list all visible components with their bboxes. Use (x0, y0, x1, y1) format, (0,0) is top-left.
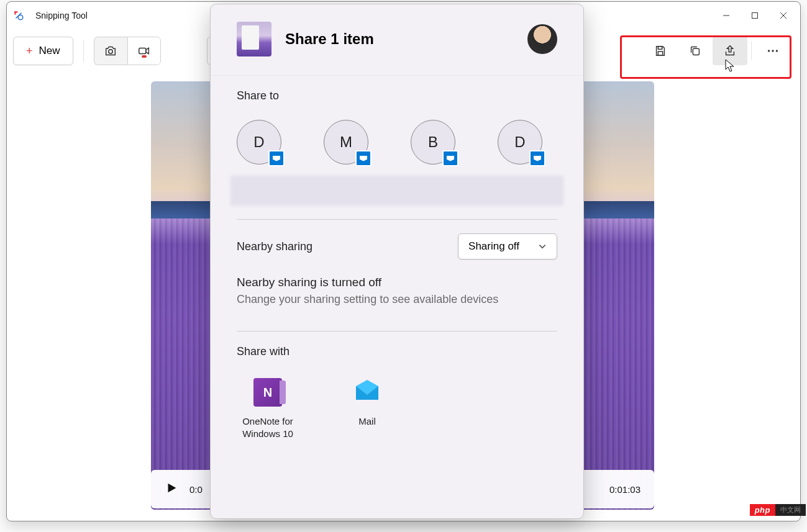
share-panel: Share 1 item Share to D M B D (210, 4, 584, 519)
outlook-badge-icon (442, 150, 458, 166)
outlook-badge-icon (355, 150, 372, 166)
current-time: 0:0 (189, 484, 203, 495)
app-icon (13, 10, 24, 21)
close-button[interactable] (769, 6, 798, 25)
more-button[interactable] (755, 37, 790, 65)
outlook-badge-icon (268, 150, 285, 166)
watermark: php 中文网 (750, 504, 806, 516)
toolbar-actions (643, 37, 790, 65)
plus-icon: + (26, 45, 33, 58)
contact-initial: D (253, 133, 264, 151)
svg-point-15 (772, 50, 773, 52)
nearby-dropdown[interactable]: Sharing off (458, 233, 557, 259)
user-avatar[interactable] (527, 24, 557, 54)
contacts-row: D M B D (237, 120, 557, 165)
contact-item[interactable]: B (411, 120, 455, 165)
contact-item[interactable]: M (324, 120, 368, 165)
contact-item[interactable]: D (237, 120, 281, 165)
new-button[interactable]: + New (13, 37, 73, 65)
share-button[interactable] (713, 37, 747, 65)
svg-rect-1 (14, 11, 16, 14)
divider (237, 219, 557, 220)
share-header: Share 1 item (211, 4, 583, 76)
onenote-icon (253, 378, 282, 407)
copy-button[interactable] (678, 37, 713, 65)
minimize-button[interactable] (712, 6, 741, 25)
contact-initial: D (514, 133, 525, 151)
app-label: Mail (358, 415, 376, 428)
divider (83, 40, 84, 62)
watermark-right: 中文网 (775, 504, 806, 516)
watermark-left: php (750, 504, 775, 516)
nearby-row: Nearby sharing Sharing off (237, 233, 557, 259)
outlook-badge-icon (529, 150, 545, 166)
play-button[interactable] (165, 481, 178, 497)
new-button-label: New (39, 45, 60, 57)
contact-initial: M (340, 133, 352, 151)
nearby-substatus: Change your sharing setting to see avail… (237, 293, 557, 306)
save-button[interactable] (643, 37, 678, 65)
screenshot-mode-button[interactable] (94, 37, 127, 65)
copy-icon (688, 44, 702, 58)
contact-names-redacted (230, 176, 563, 205)
nearby-status: Nearby sharing is turned off (237, 276, 557, 289)
svg-point-8 (109, 50, 112, 53)
camera-icon (104, 44, 117, 58)
svg-rect-13 (693, 48, 699, 55)
nearby-dropdown-value: Sharing off (468, 240, 519, 253)
app-label: OneNote for Windows 10 (237, 415, 299, 440)
app-mail[interactable]: Mail (336, 376, 398, 440)
capture-mode-group (94, 37, 161, 65)
share-thumbnail (237, 22, 271, 56)
app-title: Snipping Tool (35, 11, 88, 20)
svg-point-14 (768, 50, 770, 52)
contact-item[interactable]: D (498, 120, 542, 165)
apps-row: OneNote for Windows 10 Mail (237, 376, 557, 440)
svg-rect-5 (752, 13, 758, 19)
share-title: Share 1 item (285, 30, 514, 48)
svg-rect-12 (658, 52, 662, 55)
video-mode-button[interactable] (127, 37, 161, 65)
contact-initial: B (428, 133, 438, 151)
app-onenote[interactable]: OneNote for Windows 10 (237, 376, 299, 440)
nearby-label: Nearby sharing (237, 240, 312, 253)
svg-point-16 (776, 50, 778, 52)
svg-rect-11 (658, 47, 662, 50)
total-time: 0:01:03 (609, 484, 641, 495)
more-icon (766, 44, 780, 58)
share-icon (723, 44, 737, 58)
save-icon (654, 44, 667, 58)
mail-icon (350, 376, 384, 409)
divider (751, 42, 752, 60)
chevron-down-icon (538, 242, 547, 251)
share-with-label: Share with (237, 345, 557, 358)
divider (237, 331, 557, 331)
svg-rect-9 (139, 48, 145, 53)
share-to-label: Share to (237, 89, 557, 102)
play-icon (165, 481, 178, 495)
maximize-button[interactable] (741, 6, 769, 25)
share-body: Share to D M B D (211, 76, 583, 518)
